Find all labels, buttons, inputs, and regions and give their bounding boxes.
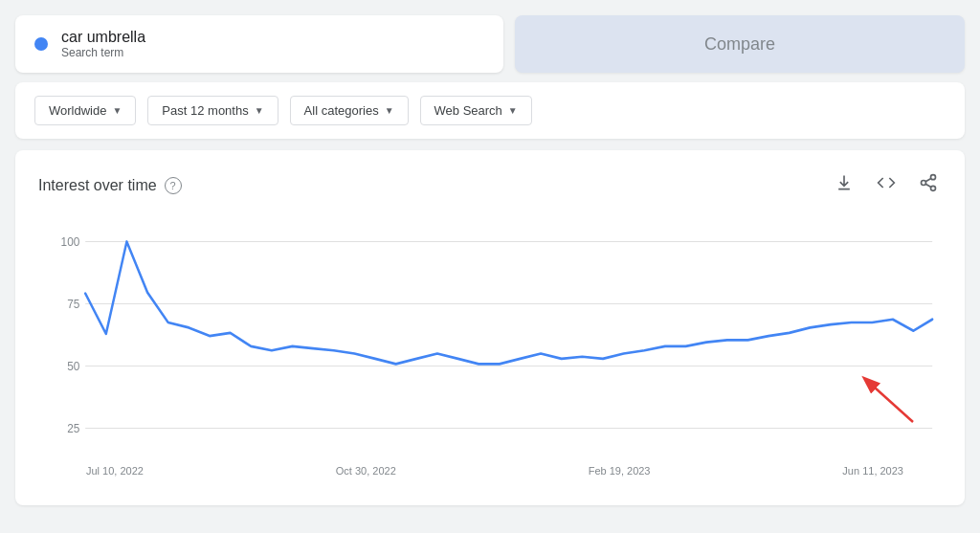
search-type-chevron-icon: ▼ xyxy=(508,105,518,116)
search-term-card: car umbrella Search term xyxy=(15,15,503,73)
search-term-text: car umbrella Search term xyxy=(61,29,145,59)
svg-text:75: 75 xyxy=(67,297,79,311)
region-chevron-icon: ▼ xyxy=(112,105,122,116)
region-filter-button[interactable]: Worldwide ▼ xyxy=(34,96,136,125)
category-chevron-icon: ▼ xyxy=(385,105,394,116)
share-button[interactable] xyxy=(915,169,942,201)
svg-point-2 xyxy=(931,186,936,190)
search-type-filter-button[interactable]: Web Search ▼ xyxy=(420,96,532,125)
svg-text:25: 25 xyxy=(67,421,79,435)
chart-container: 100 75 50 25 xyxy=(38,211,942,459)
time-filter-label: Past 12 months xyxy=(162,103,248,118)
region-filter-label: Worldwide xyxy=(49,103,106,118)
interest-chart: 100 75 50 25 xyxy=(38,211,942,459)
svg-line-3 xyxy=(925,184,931,187)
chart-section: Interest over time ? xyxy=(15,150,965,505)
compare-card[interactable]: Compare xyxy=(515,15,965,73)
chart-title-group: Interest over time ? xyxy=(38,177,182,194)
compare-label: Compare xyxy=(704,34,775,55)
chart-title: Interest over time xyxy=(38,177,157,194)
svg-point-0 xyxy=(931,175,936,180)
search-term-type-label: Search term xyxy=(61,46,145,59)
x-label-3: Feb 19, 2023 xyxy=(589,465,651,477)
svg-line-4 xyxy=(925,178,931,181)
download-button[interactable] xyxy=(831,169,858,201)
search-term-name: car umbrella xyxy=(61,29,145,46)
x-label-4: Jun 11, 2023 xyxy=(842,465,903,477)
x-label-1: Jul 10, 2022 xyxy=(86,465,144,477)
chart-header: Interest over time ? xyxy=(38,169,942,201)
filter-bar: Worldwide ▼ Past 12 months ▼ All categor… xyxy=(15,82,965,139)
help-icon[interactable]: ? xyxy=(165,177,182,194)
x-axis-labels: Jul 10, 2022 Oct 30, 2022 Feb 19, 2023 J… xyxy=(38,459,942,477)
x-label-2: Oct 30, 2022 xyxy=(336,465,396,477)
svg-point-1 xyxy=(922,181,926,186)
svg-text:100: 100 xyxy=(61,234,80,249)
share-icon xyxy=(919,173,938,192)
download-icon xyxy=(835,173,854,192)
category-filter-label: All categories xyxy=(304,103,379,118)
embed-button[interactable] xyxy=(873,169,900,201)
chart-actions xyxy=(831,169,942,201)
time-filter-button[interactable]: Past 12 months ▼ xyxy=(147,96,278,125)
search-type-filter-label: Web Search xyxy=(434,103,502,118)
category-filter-button[interactable]: All categories ▼ xyxy=(290,96,409,125)
time-chevron-icon: ▼ xyxy=(255,105,264,116)
svg-text:50: 50 xyxy=(67,359,79,373)
embed-icon xyxy=(877,173,896,192)
search-term-dot xyxy=(34,37,48,51)
